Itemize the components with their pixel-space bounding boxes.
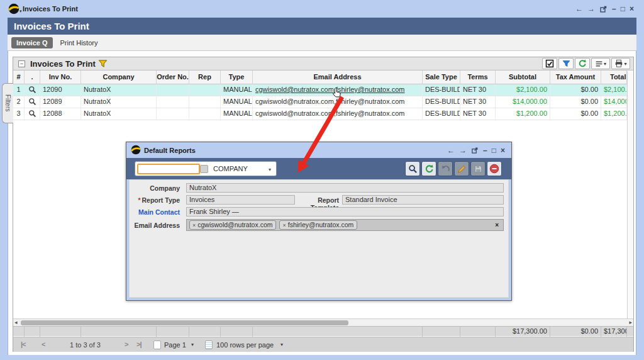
row-search-icon[interactable] [25, 84, 40, 96]
col-tax[interactable]: Tax Amount [550, 70, 601, 84]
maximize-icon[interactable]: □ [492, 146, 496, 155]
table-row[interactable]: 2 12089 NutratoX MANUAL cgwiswold@nutrat… [13, 96, 627, 108]
edit-button[interactable] [454, 161, 469, 176]
search-filter-select[interactable]: COMPANY [213, 165, 248, 172]
cell-email-link[interactable]: cgwiswold@nutratox.com,fshirley@nutratox… [253, 84, 423, 96]
horizontal-scrollbar[interactable]: ◂ ▸ [13, 318, 633, 326]
cell-rep [189, 96, 221, 108]
dialog-titlebar: Default Reports ← → – □ × [126, 142, 511, 158]
forward-icon[interactable]: → [587, 4, 595, 13]
vertical-scrollbar[interactable] [627, 71, 633, 318]
cell-company: NutratoX [81, 108, 157, 120]
cell-email-link[interactable]: cgwiswold@nutratox.com,fshirley@nutratox… [253, 108, 423, 120]
col-subtotal[interactable]: Subtotal [496, 70, 550, 84]
row-search-icon[interactable] [25, 96, 40, 108]
col-total[interactable]: Total [601, 70, 627, 84]
cell-inv-no: 12090 [40, 84, 81, 96]
last-page-button[interactable]: >| [136, 340, 142, 348]
undo-button [438, 161, 453, 176]
search-lookup-button[interactable] [200, 165, 208, 173]
total-subtotal: $17,300.00 [496, 327, 550, 337]
col-email[interactable]: Email Address [253, 70, 423, 84]
email-chip[interactable]: ×fshirley@nutratox.com [279, 220, 357, 230]
chip-remove-icon[interactable]: × [192, 222, 196, 228]
print-button[interactable]: ▾ [611, 58, 630, 69]
cell-terms: NET 30 [460, 84, 496, 96]
search-input[interactable] [137, 164, 200, 174]
forward-icon[interactable]: → [459, 146, 467, 155]
col-rep[interactable]: Rep [189, 70, 221, 84]
col-sale-type[interactable]: Sale Type [423, 70, 460, 84]
collapse-icon[interactable]: − [18, 60, 25, 67]
chip-remove-icon[interactable]: × [282, 222, 286, 228]
cell-email-link[interactable]: cgwiswold@nutratox.com,fshirley@nutratox… [253, 96, 423, 108]
page-select[interactable]: Page 1 [164, 341, 186, 349]
close-icon[interactable]: × [501, 146, 505, 155]
scroll-right-icon[interactable]: ▸ [629, 319, 632, 325]
dialog-form: Company NutratoX *Report Type Invoices R… [129, 179, 509, 298]
first-page-button[interactable]: |< [21, 340, 26, 348]
tab-print-history[interactable]: Print History [57, 37, 102, 48]
page-caret-icon[interactable]: ▾ [191, 342, 194, 347]
main-contact-link[interactable]: Main Contact [130, 208, 180, 216]
cell-rep [189, 84, 221, 96]
company-field[interactable]: NutratoX [186, 183, 504, 193]
cell-tax: $0.00 [550, 108, 601, 120]
popout-icon[interactable] [471, 147, 479, 154]
minimize-icon[interactable]: – [612, 4, 616, 13]
select-all-button[interactable] [542, 58, 557, 69]
cell-type: MANUAL [221, 84, 253, 96]
col-inv-no[interactable]: Inv No. [40, 70, 81, 84]
default-reports-dialog: Default Reports ← → – □ × COMPANY ▾ Comp… [126, 142, 512, 301]
minimize-icon[interactable]: – [483, 146, 487, 155]
cell-subtotal: $1,200.00 [496, 108, 550, 120]
scrollbar-thumb[interactable] [21, 320, 348, 325]
scroll-left-icon[interactable]: ◂ [14, 319, 18, 325]
report-type-field[interactable]: Invoices [186, 195, 295, 205]
clear-field-icon[interactable]: × [495, 222, 499, 228]
dialog-toolbar: COMPANY ▾ [126, 158, 511, 179]
rows-caret-icon[interactable]: ▾ [280, 342, 283, 347]
logo-caret-icon[interactable]: ▾ [19, 9, 22, 14]
filter-button[interactable] [558, 58, 574, 69]
refresh-button[interactable] [421, 161, 436, 176]
close-icon[interactable]: × [630, 4, 634, 13]
list-options-button[interactable]: ▾ [591, 58, 610, 69]
filters-side-tab[interactable]: Filters [2, 83, 13, 123]
search-button[interactable] [405, 161, 420, 176]
maximize-icon[interactable]: □ [621, 4, 625, 13]
popout-icon[interactable] [599, 5, 608, 13]
filter-funnel-icon[interactable] [98, 59, 108, 69]
back-icon[interactable]: ← [447, 146, 455, 155]
cell-total: $14,000.00 [601, 96, 627, 108]
email-tags-field[interactable]: ×cgwiswold@nutratox.com ×fshirley@nutrat… [186, 219, 504, 231]
prev-page-button[interactable]: < [42, 340, 45, 348]
col-order-no[interactable]: Order No. [157, 70, 189, 84]
cell-inv-no: 12089 [40, 96, 81, 108]
search-filter-caret-icon[interactable]: ▾ [269, 167, 271, 172]
delete-button[interactable] [487, 161, 502, 176]
main-contact-field[interactable]: Frank Shirley — [186, 207, 504, 217]
pagination-range: 1 to 3 of 3 [70, 341, 101, 349]
next-page-button[interactable]: > [125, 340, 128, 348]
table-row[interactable]: 1 12090 NutratoX MANUAL cgwiswold@nutrat… [13, 84, 627, 96]
row-search-icon[interactable] [25, 108, 40, 120]
report-template-field[interactable]: Standard Invoice [342, 195, 504, 205]
col-num[interactable]: # [13, 70, 25, 84]
table-row[interactable]: 3 12088 NutratoX MANUAL cgwiswold@nutrat… [13, 108, 627, 120]
col-terms[interactable]: Terms [460, 70, 496, 84]
col-company[interactable]: Company [81, 70, 157, 84]
cell-rep [189, 108, 221, 120]
dialog-search-box: COMPANY ▾ [135, 161, 277, 176]
rows-icon [205, 340, 213, 349]
list-caret-icon: ▾ [604, 61, 606, 67]
refresh-button[interactable] [575, 58, 590, 69]
cell-terms: NET 30 [460, 96, 496, 108]
email-chip[interactable]: ×cgwiswold@nutratox.com [189, 220, 276, 230]
back-icon[interactable]: ← [575, 4, 583, 13]
window-titlebar: ▾ Invoices To Print ← → – □ × [0, 0, 644, 18]
col-type[interactable]: Type [221, 70, 253, 84]
rows-per-page-select[interactable]: 100 rows per page [216, 341, 274, 349]
tab-invoice-q[interactable]: Invoice Q [11, 37, 53, 48]
col-dot[interactable]: . [25, 70, 40, 84]
